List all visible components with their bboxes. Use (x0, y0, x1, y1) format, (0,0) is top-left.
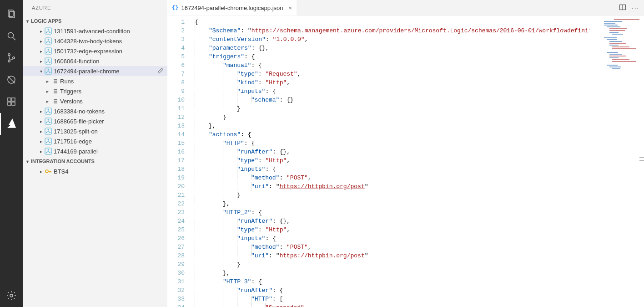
line-number: 29 (167, 260, 195, 269)
svg-point-61 (48, 129, 49, 130)
line-number: 25 (167, 225, 195, 234)
svg-line-3 (13, 37, 15, 40)
code-line: "runAfter": {}, (195, 217, 589, 225)
line-number: 30 (167, 269, 195, 277)
svg-point-2 (8, 32, 14, 38)
code-area[interactable]: 1234567891011121314151617181920212223242… (167, 16, 644, 307)
tree-item[interactable]: ▸1744169-parallel (23, 146, 167, 156)
svg-point-31 (48, 69, 49, 70)
code-line: }, (195, 200, 589, 208)
tree-item[interactable]: ▸1501732-edge-expression (23, 46, 167, 56)
tree-item[interactable]: ▸1717516-edge (23, 136, 167, 146)
line-number: 21 (167, 191, 195, 200)
tree-item[interactable]: ▾1672494-parallel-chrome (23, 66, 167, 76)
line-number: 32 (167, 286, 195, 295)
tree-item[interactable]: ▸1713025-split-on (23, 126, 167, 136)
line-number: 5 (167, 52, 195, 61)
line-number: 26 (167, 234, 195, 243)
tree-item[interactable]: ▸1606064-function (23, 56, 167, 66)
svg-rect-11 (8, 102, 11, 105)
svg-point-23 (48, 49, 49, 50)
source-control-view-icon[interactable] (0, 47, 23, 69)
tree-item-label: 1501732-edge-expression (54, 48, 122, 55)
tree-item[interactable]: ▸Triggers (23, 86, 167, 96)
code-line: "inputs": { (195, 165, 589, 174)
code-line: "contentVersion": "1.0.0.0", (195, 35, 589, 44)
svg-point-69 (48, 149, 49, 150)
minimap[interactable] (589, 16, 644, 307)
code-line: }, (195, 269, 589, 277)
chevron-icon: ▸ (45, 89, 50, 94)
code-line: "HTTP": [ (195, 295, 589, 303)
tree-item[interactable]: ▸1683384-no-tokens (23, 106, 167, 116)
code-line: "method": "POST", (195, 174, 589, 182)
code-content[interactable]: {"$schema": "https://schema.management.a… (195, 16, 589, 307)
line-number: 27 (167, 243, 195, 251)
tree-item[interactable]: ▸1404328-two-body-tokens (23, 36, 167, 46)
logicapp-icon (45, 148, 52, 155)
code-line: "HTTP": { (195, 139, 589, 148)
section-header-logic-apps[interactable]: ▾ LOGIC APPS (23, 16, 167, 26)
code-line: "runAfter": {}, (195, 148, 589, 156)
code-line: "runAfter": { (195, 286, 589, 295)
extensions-view-icon[interactable] (0, 91, 23, 113)
line-number: 18 (167, 165, 195, 174)
code-line: } (195, 191, 589, 200)
chevron-icon: ▸ (38, 109, 44, 114)
logicapp-icon (45, 47, 52, 55)
line-number: 6 (167, 61, 195, 70)
integration-accounts-tree: ▸BTS4 (23, 166, 167, 176)
code-line: "type": "Http", (195, 156, 589, 165)
line-number: 17 (167, 156, 195, 165)
chevron-icon: ▸ (38, 139, 44, 144)
line-number: 24 (167, 217, 195, 225)
chevron-icon: ▸ (45, 99, 50, 104)
line-number: 20 (167, 182, 195, 191)
chevron-icon: ▸ (38, 149, 44, 154)
tree-item[interactable]: ▸BTS4 (23, 166, 167, 176)
tree-item[interactable]: ▸1688665-file-picker (23, 116, 167, 126)
explorer-view-icon[interactable] (0, 4, 23, 26)
tree-item[interactable]: ▸1311591-advanced-condition (23, 26, 167, 36)
chevron-icon: ▸ (38, 29, 44, 34)
code-line: "HTTP_2": { (195, 208, 589, 217)
code-line: "Succeeded" (195, 303, 589, 307)
line-number: 7 (167, 70, 195, 78)
svg-point-72 (45, 170, 48, 173)
pencil-icon[interactable] (157, 67, 164, 75)
tree-item-label: Versions (60, 98, 83, 105)
section-header-integration-accounts[interactable]: ▾ INTEGRATION ACCOUNTS (23, 156, 167, 166)
close-icon[interactable]: × (288, 5, 292, 11)
editor-tab[interactable]: {} 1672494-parallel-chrome.logicapp.json… (167, 0, 297, 15)
chevron-icon: ▸ (38, 119, 44, 124)
split-editor-icon[interactable] (619, 4, 626, 12)
manage-gear-icon[interactable] (0, 285, 23, 307)
line-number: 34 (167, 303, 195, 307)
tree-item-label: 1672494-parallel-chrome (54, 68, 120, 75)
code-line: "manual": { (195, 61, 589, 70)
more-actions-icon[interactable]: ··· (632, 5, 639, 11)
line-number: 14 (167, 130, 195, 139)
tree-item-label: 1311591-advanced-condition (54, 28, 130, 35)
tree-item-label: 1717516-edge (54, 138, 92, 145)
code-line: "parameters": {}, (195, 44, 589, 52)
tree-item[interactable]: ▸Versions (23, 96, 167, 106)
minimap-sash-icon[interactable] (639, 155, 644, 168)
azure-view-icon[interactable] (0, 113, 23, 135)
line-number: 11 (167, 104, 195, 113)
sidebar-title: AZURE (23, 0, 167, 16)
code-line: } (195, 113, 589, 122)
activity-bar (0, 0, 23, 307)
tree-item-label: Triggers (60, 88, 81, 95)
tree-item[interactable]: ▸Runs (23, 76, 167, 86)
code-line: "schema": {} (195, 96, 589, 104)
list-icon (51, 97, 58, 105)
tree-item-label: 1606064-function (54, 58, 99, 65)
svg-point-19 (48, 39, 49, 40)
line-number: 13 (167, 122, 195, 130)
search-view-icon[interactable] (0, 26, 23, 47)
debug-view-icon[interactable] (0, 69, 23, 91)
svg-rect-10 (12, 98, 15, 101)
code-line: "uri": "https://httpbin.org/post" (195, 251, 589, 260)
code-line: "uri": "https://httpbin.org/post" (195, 182, 589, 191)
